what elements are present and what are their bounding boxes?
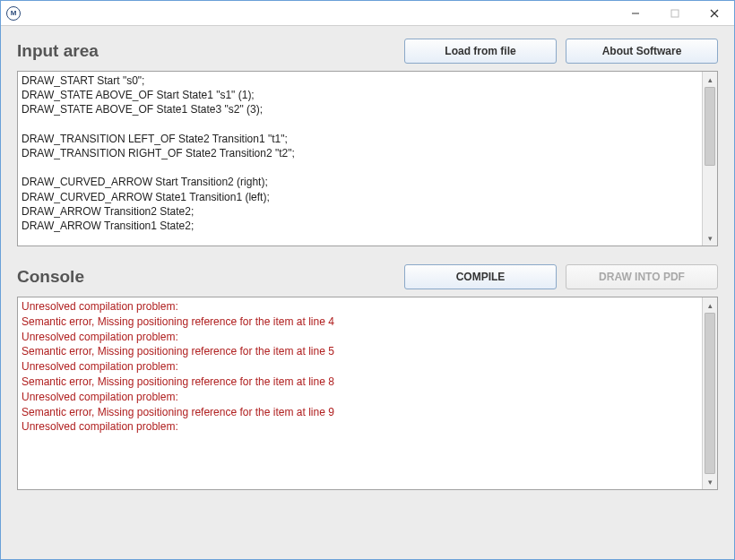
input-textarea[interactable]: DRAW_START Start "s0"; DRAW_STATE ABOVE_… [18,72,702,246]
input-title: Input area [17,41,99,61]
load-from-file-button[interactable]: Load from file [404,39,557,64]
titlebar: M [1,1,734,26]
close-icon [710,9,719,18]
console-line: Semantic error, Missing positioning refe… [22,405,335,420]
console-line: Unresolved compilation problem: [22,299,335,314]
console-line: Unresolved compilation problem: [22,390,335,405]
window-controls [616,1,734,26]
console-header: Console COMPILE DRAW INTO PDF [17,264,718,289]
maximize-button[interactable] [655,1,695,26]
console-line: Unresolved compilation problem: [22,419,335,435]
close-button[interactable] [695,1,734,26]
minimize-icon [631,9,640,18]
console-output[interactable]: Unresolved compilation problem:Semantic … [18,297,702,489]
about-software-button[interactable]: About Software [566,39,718,64]
scroll-down-button[interactable]: ▾ [703,230,717,246]
input-header: Input area Load from file About Software [17,39,718,64]
minimize-button[interactable] [616,1,655,26]
input-panel: DRAW_START Start "s0"; DRAW_STATE ABOVE_… [17,71,718,246]
console-line: Unresolved compilation problem: [22,359,335,375]
scroll-thumb[interactable] [705,87,715,166]
console-line: Unresolved compilation problem: [22,330,335,345]
scroll-thumb[interactable] [705,313,715,474]
scroll-up-button[interactable]: ▴ [703,297,717,313]
scroll-track[interactable] [703,313,717,474]
app-window: M Input area Load from file About Softwa… [0,0,735,560]
scroll-track[interactable] [703,87,717,230]
spacer [17,246,718,264]
app-icon: M [6,6,21,21]
input-scrollbar[interactable]: ▴ ▾ [702,72,717,246]
console-title: Console [17,267,84,287]
compile-button[interactable]: COMPILE [404,264,557,289]
content-area: Input area Load from file About Software… [1,26,734,559]
console-panel: Unresolved compilation problem:Semantic … [17,297,718,490]
console-line: Semantic error, Missing positioning refe… [22,314,335,330]
scroll-down-button[interactable]: ▾ [703,474,717,489]
console-line: Semantic error, Missing positioning refe… [22,344,335,359]
scroll-up-button[interactable]: ▴ [703,72,717,87]
console-scrollbar[interactable]: ▴ ▾ [702,297,717,489]
titlebar-left: M [1,6,21,21]
console-button-row: COMPILE DRAW INTO PDF [404,264,718,289]
console-line: Semantic error, Missing positioning refe… [22,375,335,390]
input-button-row: Load from file About Software [404,39,718,64]
draw-into-pdf-button[interactable]: DRAW INTO PDF [566,264,718,289]
maximize-icon [670,9,679,18]
svg-rect-1 [671,10,679,17]
